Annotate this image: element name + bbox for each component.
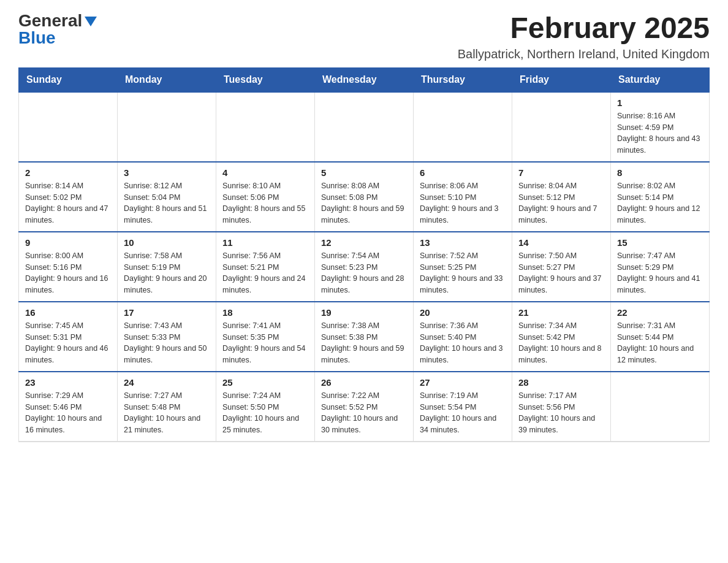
day-info: Sunrise: 7:56 AM Sunset: 5:21 PM Dayligh… bbox=[222, 250, 308, 296]
day-info: Sunrise: 8:08 AM Sunset: 5:08 PM Dayligh… bbox=[321, 180, 407, 226]
day-number: 18 bbox=[222, 307, 308, 318]
calendar-cell: 1Sunrise: 8:16 AM Sunset: 4:59 PM Daylig… bbox=[611, 92, 710, 162]
day-number: 8 bbox=[617, 167, 703, 178]
day-info: Sunrise: 7:29 AM Sunset: 5:46 PM Dayligh… bbox=[25, 390, 111, 436]
day-info: Sunrise: 8:14 AM Sunset: 5:02 PM Dayligh… bbox=[25, 180, 111, 226]
calendar-cell: 8Sunrise: 8:02 AM Sunset: 5:14 PM Daylig… bbox=[611, 162, 710, 232]
location-subtitle: Ballypatrick, Northern Ireland, United K… bbox=[458, 47, 710, 61]
weekday-header-tuesday: Tuesday bbox=[216, 67, 315, 92]
day-number: 25 bbox=[222, 377, 308, 388]
calendar-cell: 17Sunrise: 7:43 AM Sunset: 5:33 PM Dayli… bbox=[118, 302, 216, 372]
day-number: 12 bbox=[321, 237, 407, 248]
day-info: Sunrise: 7:43 AM Sunset: 5:33 PM Dayligh… bbox=[124, 320, 210, 366]
day-number: 27 bbox=[420, 377, 506, 388]
calendar-cell: 19Sunrise: 7:38 AM Sunset: 5:38 PM Dayli… bbox=[315, 302, 414, 372]
day-number: 1 bbox=[617, 98, 703, 108]
calendar-cell bbox=[611, 372, 710, 442]
day-number: 10 bbox=[124, 237, 210, 248]
day-info: Sunrise: 7:19 AM Sunset: 5:54 PM Dayligh… bbox=[420, 390, 506, 436]
weekday-header-thursday: Thursday bbox=[414, 67, 512, 92]
day-info: Sunrise: 7:45 AM Sunset: 5:31 PM Dayligh… bbox=[25, 320, 111, 366]
week-row-5: 23Sunrise: 7:29 AM Sunset: 5:46 PM Dayli… bbox=[19, 372, 710, 442]
calendar-cell: 2Sunrise: 8:14 AM Sunset: 5:02 PM Daylig… bbox=[19, 162, 118, 232]
month-title: February 2025 bbox=[458, 12, 710, 45]
calendar-cell: 9Sunrise: 8:00 AM Sunset: 5:16 PM Daylig… bbox=[19, 232, 118, 302]
calendar-cell: 21Sunrise: 7:34 AM Sunset: 5:42 PM Dayli… bbox=[512, 302, 611, 372]
calendar-cell: 24Sunrise: 7:27 AM Sunset: 5:48 PM Dayli… bbox=[118, 372, 216, 442]
weekday-header-row: SundayMondayTuesdayWednesdayThursdayFrid… bbox=[19, 67, 710, 92]
weekday-header-wednesday: Wednesday bbox=[315, 67, 414, 92]
day-info: Sunrise: 7:50 AM Sunset: 5:27 PM Dayligh… bbox=[518, 250, 604, 296]
day-info: Sunrise: 7:58 AM Sunset: 5:19 PM Dayligh… bbox=[124, 250, 210, 296]
calendar-cell: 12Sunrise: 7:54 AM Sunset: 5:23 PM Dayli… bbox=[315, 232, 414, 302]
calendar-cell bbox=[512, 92, 611, 162]
weekday-header-monday: Monday bbox=[118, 67, 216, 92]
day-info: Sunrise: 7:38 AM Sunset: 5:38 PM Dayligh… bbox=[321, 320, 407, 366]
day-number: 2 bbox=[25, 167, 111, 178]
page-header: General Blue February 2025 Ballypatrick,… bbox=[18, 12, 710, 61]
logo: General Blue bbox=[18, 12, 97, 47]
day-info: Sunrise: 7:27 AM Sunset: 5:48 PM Dayligh… bbox=[124, 390, 210, 436]
calendar-cell bbox=[19, 92, 118, 162]
title-section: February 2025 Ballypatrick, Northern Ire… bbox=[458, 12, 710, 61]
week-row-1: 1Sunrise: 8:16 AM Sunset: 4:59 PM Daylig… bbox=[19, 92, 710, 162]
weekday-header-friday: Friday bbox=[512, 67, 611, 92]
day-number: 28 bbox=[518, 377, 604, 388]
logo-general: General bbox=[18, 12, 82, 29]
calendar-cell: 13Sunrise: 7:52 AM Sunset: 5:25 PM Dayli… bbox=[414, 232, 512, 302]
day-number: 17 bbox=[124, 307, 210, 318]
calendar-cell: 5Sunrise: 8:08 AM Sunset: 5:08 PM Daylig… bbox=[315, 162, 414, 232]
calendar-cell bbox=[216, 92, 315, 162]
calendar-cell: 18Sunrise: 7:41 AM Sunset: 5:35 PM Dayli… bbox=[216, 302, 315, 372]
calendar-cell: 10Sunrise: 7:58 AM Sunset: 5:19 PM Dayli… bbox=[118, 232, 216, 302]
day-number: 4 bbox=[222, 167, 308, 178]
logo-arrow-icon bbox=[85, 17, 97, 26]
weekday-header-saturday: Saturday bbox=[611, 67, 710, 92]
day-number: 11 bbox=[222, 237, 308, 248]
week-row-3: 9Sunrise: 8:00 AM Sunset: 5:16 PM Daylig… bbox=[19, 232, 710, 302]
day-info: Sunrise: 7:54 AM Sunset: 5:23 PM Dayligh… bbox=[321, 250, 407, 296]
day-info: Sunrise: 7:17 AM Sunset: 5:56 PM Dayligh… bbox=[518, 390, 604, 436]
day-number: 23 bbox=[25, 377, 111, 388]
day-number: 26 bbox=[321, 377, 407, 388]
calendar-cell: 4Sunrise: 8:10 AM Sunset: 5:06 PM Daylig… bbox=[216, 162, 315, 232]
day-info: Sunrise: 7:31 AM Sunset: 5:44 PM Dayligh… bbox=[617, 320, 703, 366]
day-info: Sunrise: 8:04 AM Sunset: 5:12 PM Dayligh… bbox=[518, 180, 604, 226]
day-info: Sunrise: 8:12 AM Sunset: 5:04 PM Dayligh… bbox=[124, 180, 210, 226]
day-number: 7 bbox=[518, 167, 604, 178]
day-info: Sunrise: 8:06 AM Sunset: 5:10 PM Dayligh… bbox=[420, 180, 506, 226]
day-info: Sunrise: 8:10 AM Sunset: 5:06 PM Dayligh… bbox=[222, 180, 308, 226]
week-row-4: 16Sunrise: 7:45 AM Sunset: 5:31 PM Dayli… bbox=[19, 302, 710, 372]
calendar-cell: 26Sunrise: 7:22 AM Sunset: 5:52 PM Dayli… bbox=[315, 372, 414, 442]
day-number: 22 bbox=[617, 307, 703, 318]
calendar-cell: 6Sunrise: 8:06 AM Sunset: 5:10 PM Daylig… bbox=[414, 162, 512, 232]
day-info: Sunrise: 7:47 AM Sunset: 5:29 PM Dayligh… bbox=[617, 250, 703, 296]
day-info: Sunrise: 8:16 AM Sunset: 4:59 PM Dayligh… bbox=[617, 110, 703, 156]
day-info: Sunrise: 7:24 AM Sunset: 5:50 PM Dayligh… bbox=[222, 390, 308, 436]
day-number: 3 bbox=[124, 167, 210, 178]
day-info: Sunrise: 7:34 AM Sunset: 5:42 PM Dayligh… bbox=[518, 320, 604, 366]
calendar-cell bbox=[118, 92, 216, 162]
day-number: 21 bbox=[518, 307, 604, 318]
calendar-cell: 25Sunrise: 7:24 AM Sunset: 5:50 PM Dayli… bbox=[216, 372, 315, 442]
calendar-cell: 3Sunrise: 8:12 AM Sunset: 5:04 PM Daylig… bbox=[118, 162, 216, 232]
day-number: 16 bbox=[25, 307, 111, 318]
svg-marker-0 bbox=[85, 17, 97, 26]
day-info: Sunrise: 7:36 AM Sunset: 5:40 PM Dayligh… bbox=[420, 320, 506, 366]
day-number: 5 bbox=[321, 167, 407, 178]
calendar-cell: 14Sunrise: 7:50 AM Sunset: 5:27 PM Dayli… bbox=[512, 232, 611, 302]
calendar-cell: 11Sunrise: 7:56 AM Sunset: 5:21 PM Dayli… bbox=[216, 232, 315, 302]
calendar-cell: 15Sunrise: 7:47 AM Sunset: 5:29 PM Dayli… bbox=[611, 232, 710, 302]
calendar-cell: 20Sunrise: 7:36 AM Sunset: 5:40 PM Dayli… bbox=[414, 302, 512, 372]
calendar-table: SundayMondayTuesdayWednesdayThursdayFrid… bbox=[18, 67, 710, 442]
day-number: 24 bbox=[124, 377, 210, 388]
weekday-header-sunday: Sunday bbox=[19, 67, 118, 92]
day-number: 20 bbox=[420, 307, 506, 318]
day-info: Sunrise: 7:41 AM Sunset: 5:35 PM Dayligh… bbox=[222, 320, 308, 366]
day-number: 13 bbox=[420, 237, 506, 248]
day-number: 14 bbox=[518, 237, 604, 248]
calendar-cell bbox=[414, 92, 512, 162]
day-number: 19 bbox=[321, 307, 407, 318]
calendar-cell: 27Sunrise: 7:19 AM Sunset: 5:54 PM Dayli… bbox=[414, 372, 512, 442]
calendar-cell: 23Sunrise: 7:29 AM Sunset: 5:46 PM Dayli… bbox=[19, 372, 118, 442]
